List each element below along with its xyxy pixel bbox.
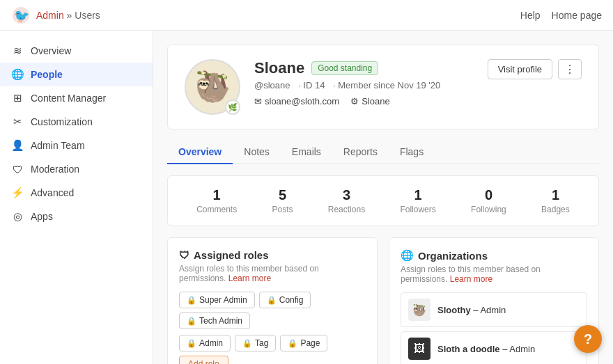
- stat-posts-label: Posts: [272, 205, 293, 214]
- sidebar-label-people: People: [31, 69, 63, 80]
- role-page[interactable]: 🔒 Page: [280, 335, 327, 351]
- topnav-left: 🐦 Admin » Users: [11, 6, 100, 25]
- org-sloth-a-doodle: 🖼 Sloth a doodle – Admin: [401, 331, 587, 364]
- right-column: 🌐 Organizations Assign roles to this mem…: [389, 237, 599, 364]
- profile-id: ID 14: [303, 80, 325, 90]
- profile-name: Sloane: [254, 59, 304, 77]
- home-link[interactable]: Home page: [552, 10, 602, 21]
- stat-badges-value: 1: [541, 187, 570, 203]
- overview-icon: ≋: [11, 45, 24, 57]
- tab-emails[interactable]: Emails: [281, 141, 332, 164]
- stat-following: 0 Following: [471, 187, 506, 214]
- email-contact: ✉ sloane@sloth.com: [254, 96, 339, 106]
- github-icon: ⚙: [350, 96, 359, 106]
- stat-followers-label: Followers: [400, 205, 435, 214]
- lock-icon: 🔒: [187, 339, 196, 348]
- stat-comments-label: Comments: [196, 205, 237, 214]
- assigned-roles-card: 🛡 Assigned roles Assign roles to this me…: [167, 237, 378, 364]
- profile-name-row: Sloane Good standing: [254, 59, 474, 77]
- advanced-icon: ⚡: [11, 187, 24, 199]
- org-sloth-name: Sloth a doodle – Admin: [437, 344, 535, 354]
- assigned-roles-desc: Assign roles to this member based on per…: [179, 264, 366, 283]
- sidebar-item-moderation[interactable]: 🛡 Moderation: [0, 157, 153, 181]
- stat-posts-value: 5: [272, 187, 293, 203]
- sidebar-item-people[interactable]: 🌐 People: [0, 63, 153, 86]
- github-value: Sloane: [362, 96, 389, 106]
- org-sloothy-name: Sloothy – Admin: [437, 305, 506, 315]
- more-options-button[interactable]: ⋮: [558, 59, 582, 79]
- role-list: 🔒 Super Admin 🔒 Config 🔒 Tech Admin: [179, 292, 366, 329]
- topnav: 🐦 Admin » Users Help Home page: [0, 0, 613, 31]
- org-sloth-avatar: 🖼: [408, 338, 430, 360]
- detail-grid: 🛡 Assigned roles Assign roles to this me…: [167, 237, 599, 364]
- tabs-bar: Overview Notes Emails Reports Flags: [167, 141, 599, 164]
- role-tech-admin[interactable]: 🔒 Tech Admin: [179, 312, 250, 329]
- sidebar-item-content-manager[interactable]: ⊞ Content Manager: [0, 86, 153, 110]
- tab-notes[interactable]: Notes: [233, 141, 281, 164]
- sidebar-label-customization: Customization: [31, 116, 93, 127]
- tab-flags[interactable]: Flags: [389, 141, 435, 164]
- tab-overview[interactable]: Overview: [167, 141, 233, 164]
- stat-reactions-value: 3: [328, 187, 365, 203]
- github-contact: ⚙ Sloane: [350, 96, 389, 106]
- tab-reports[interactable]: Reports: [332, 141, 389, 164]
- profile-meta: @sloane · ID 14 · Member since Nov 19 '2…: [254, 80, 474, 90]
- stat-following-value: 0: [471, 187, 506, 203]
- stat-badges-label: Badges: [541, 205, 570, 214]
- lock-icon: 🔒: [187, 296, 196, 305]
- lock-icon: 🔒: [242, 339, 252, 348]
- visit-profile-button[interactable]: Visit profile: [488, 59, 552, 79]
- profile-member-since: Member since Nov 19 '20: [338, 80, 440, 90]
- svg-text:🐦: 🐦: [14, 8, 30, 24]
- sidebar-item-customization[interactable]: ✂ Customization: [0, 110, 153, 134]
- stats-card: 1 Comments 5 Posts 3 Reactions 1 Followe…: [167, 175, 599, 226]
- org-sloothy-avatar: 🦥: [408, 299, 430, 321]
- customization-icon: ✂: [11, 116, 24, 128]
- email-value: sloane@sloth.com: [265, 96, 339, 106]
- help-bubble[interactable]: ?: [574, 325, 602, 353]
- profile-card: 🦥 🌿 Sloane Good standing @sloane · ID 14…: [167, 45, 599, 129]
- stat-followers-value: 1: [400, 187, 435, 203]
- sidebar-label-admin-team: Admin Team: [31, 140, 85, 151]
- lock-icon: 🔒: [288, 339, 297, 348]
- role-list-2: 🔒 Admin 🔒 Tag 🔒 Page Add role: [179, 335, 366, 364]
- stat-comments-value: 1: [196, 187, 237, 203]
- organizations-desc: Assign roles to this member based on per…: [401, 264, 587, 284]
- stat-reactions-label: Reactions: [328, 205, 365, 214]
- roles-learn-more[interactable]: Learn more: [228, 274, 271, 283]
- admin-link[interactable]: Admin: [36, 10, 64, 21]
- left-column: 🛡 Assigned roles Assign roles to this me…: [167, 237, 378, 364]
- org-learn-more[interactable]: Learn more: [450, 274, 492, 284]
- role-tag[interactable]: 🔒 Tag: [235, 335, 276, 351]
- standing-badge: Good standing: [311, 61, 378, 75]
- add-role-button[interactable]: Add role: [179, 356, 228, 364]
- organizations-title: 🌐 Organizations: [401, 249, 587, 262]
- role-config[interactable]: 🔒 Config: [259, 292, 311, 308]
- role-admin[interactable]: 🔒 Admin: [179, 335, 231, 351]
- help-icon: ?: [584, 331, 592, 347]
- profile-username: @sloane: [254, 80, 290, 90]
- sidebar-item-advanced[interactable]: ⚡ Advanced: [0, 181, 153, 205]
- lock-icon: 🔒: [187, 317, 196, 326]
- avatar-emoji: 🦥: [194, 72, 231, 102]
- breadcrumb: Admin » Users: [36, 10, 100, 21]
- stat-following-label: Following: [471, 205, 506, 214]
- assigned-roles-title: 🛡 Assigned roles: [179, 249, 366, 261]
- apps-icon: ◎: [11, 210, 24, 223]
- sidebar: ≋ Overview 🌐 People ⊞ Content Manager ✂ …: [0, 31, 153, 364]
- layout: ≋ Overview 🌐 People ⊞ Content Manager ✂ …: [0, 31, 613, 364]
- profile-info: Sloane Good standing @sloane · ID 14 · M…: [254, 59, 474, 106]
- sidebar-item-apps[interactable]: ◎ Apps: [0, 205, 153, 228]
- sidebar-item-admin-team[interactable]: 👤 Admin Team: [0, 134, 153, 157]
- stat-comments: 1 Comments: [196, 187, 237, 214]
- main-content: 🦥 🌿 Sloane Good standing @sloane · ID 14…: [153, 31, 613, 364]
- org-icon: 🌐: [401, 249, 414, 262]
- sidebar-label-overview: Overview: [31, 45, 71, 56]
- moderation-icon: 🛡: [11, 163, 24, 175]
- sidebar-item-overview[interactable]: ≋ Overview: [0, 39, 153, 63]
- help-link[interactable]: Help: [520, 10, 541, 21]
- role-super-admin[interactable]: 🔒 Super Admin: [179, 292, 255, 308]
- lock-icon: 🔒: [267, 296, 277, 305]
- roles-icon: 🛡: [179, 249, 189, 261]
- profile-contact: ✉ sloane@sloth.com ⚙ Sloane: [254, 96, 474, 106]
